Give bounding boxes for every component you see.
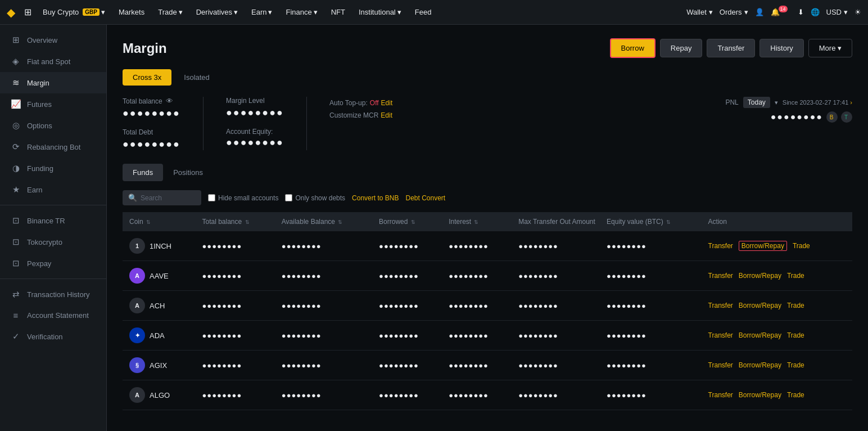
borrow-repay-link-AAVE[interactable]: Borrow/Repay [739,272,781,280]
borrow-repay-link-ADA[interactable]: Borrow/Repay [739,331,781,339]
th-equity-btc[interactable]: Equity value (BTC) ⇅ [600,212,702,231]
sidebar-item-rebalancing-bot[interactable]: ⟳ Rebalancing Bot [0,136,106,158]
customize-mcr-edit[interactable]: Edit [381,111,392,119]
nav-nft[interactable]: NFT [327,8,350,16]
nav-language[interactable]: 🌐 [811,8,820,16]
sidebar-item-transaction-history[interactable]: ⇄ Transaction History [0,284,106,305]
hide-small-accounts-label[interactable]: Hide small accounts [208,194,278,202]
sidebar-item-fiat-spot[interactable]: ◈ Fiat and Spot [0,51,106,72]
trade-link-1INCH[interactable]: Trade [793,242,810,250]
equity-btc-AAVE: ●●●●●●●● [600,261,702,291]
trade-link-ACH[interactable]: Trade [787,302,804,309]
nav-notifications[interactable]: 🔔14 [771,8,791,16]
max-transfer-AGIX: ●●●●●●●● [512,351,600,380]
transfer-link-AGIX[interactable]: Transfer [708,361,733,369]
sidebar-item-margin[interactable]: ≋ Margin [0,72,106,93]
table-controls: 🔍 Hide small accounts Only show debts Co… [123,190,852,205]
nav-buy-crypto[interactable]: Buy Crypto GBP ▾ [38,8,110,16]
trade-link-AGIX[interactable]: Trade [787,361,804,369]
sidebar-item-verification[interactable]: ✓ Verification [0,326,106,347]
nav-trade[interactable]: Trade▾ [153,8,187,16]
sidebar-item-tokocrypto[interactable]: ⊡ Tokocrypto [0,231,106,253]
pnl-block: PNL Today ▾ Since 2023-02-27 17:41 › ●●●… [487,97,852,123]
nav-currency[interactable]: USD▾ [826,8,848,16]
search-box[interactable]: 🔍 [123,190,201,205]
verification-icon: ✓ [10,331,21,342]
debt-convert-link[interactable]: Debt Convert [405,194,445,202]
more-button[interactable]: More ▾ [808,39,852,57]
logo[interactable]: ◆ [7,6,15,19]
auto-topup-edit[interactable]: Edit [381,99,393,107]
nav-wallet[interactable]: Wallet▾ [686,8,713,16]
nav-markets[interactable]: Markets [114,8,149,16]
th-interest[interactable]: Interest ⇅ [442,212,512,231]
coin-icon-1INCH: 1 [129,238,145,254]
borrowed-ACH: ●●●●●●●● [372,291,442,321]
borrowed-AAVE: ●●●●●●●● [372,261,442,291]
nav-derivatives[interactable]: Derivatives▾ [192,8,242,16]
nav-orders[interactable]: Orders▾ [720,8,748,16]
convert-to-bnb-link[interactable]: Convert to BNB [352,194,399,202]
borrow-button[interactable]: Borrow [610,38,655,58]
total-balance-block: Total balance 👁 ●●●●●●●● Total Debt ●●●●… [123,97,180,150]
sidebar-item-options[interactable]: ◎ Options [0,115,106,136]
nav-earn[interactable]: Earn▾ [247,8,277,16]
transfer-button[interactable]: Transfer [707,39,755,57]
pnl-period-selector[interactable]: Today [743,97,770,108]
borrow-repay-link-ALGO[interactable]: Borrow/Repay [739,391,781,399]
sidebar-item-overview[interactable]: ⊞ Overview [0,29,106,51]
sidebar: ⊞ Overview ◈ Fiat and Spot ≋ Margin 📈 Fu… [0,25,107,431]
tab-funds[interactable]: Funds [123,164,163,181]
total-balance-AGIX: ●●●●●●●● [195,351,274,380]
only-show-debts-label[interactable]: Only show debts [285,194,345,202]
hide-small-accounts-checkbox[interactable] [208,194,215,201]
tab-cross-3x[interactable]: Cross 3x [123,69,171,86]
search-input[interactable] [141,194,196,202]
transfer-link-ADA[interactable]: Transfer [708,331,733,339]
trade-link-AAVE[interactable]: Trade [787,272,804,280]
borrowed-ADA: ●●●●●●●● [372,321,442,351]
only-show-debts-checkbox[interactable] [285,194,292,201]
nav-institutional[interactable]: Institutional▾ [354,8,406,16]
coin-cell-ALGO: A ALGO [129,387,188,403]
sidebar-item-binance-tr[interactable]: ⊡ Binance TR [0,210,106,231]
tab-positions[interactable]: Positions [163,164,213,181]
eye-icon[interactable]: 👁 [166,97,173,105]
tab-isolated[interactable]: Isolated [174,69,220,86]
coin-name-1INCH: 1INCH [150,242,171,250]
borrow-repay-link-ACH[interactable]: Borrow/Repay [739,302,781,309]
nav-download[interactable]: ⬇ [798,8,804,16]
sidebar-item-account-statement[interactable]: ≡ Account Statement [0,305,106,326]
nav-theme[interactable]: ☀ [855,8,861,16]
available-balance-1INCH: ●●●●●●●● [275,231,372,261]
nav-profile[interactable]: 👤 [755,8,764,16]
th-borrowed[interactable]: Borrowed ⇅ [372,212,442,231]
transfer-link-ALGO[interactable]: Transfer [708,391,733,399]
page-title: Margin [123,41,167,56]
history-button[interactable]: History [760,39,803,57]
borrow-repay-link-1INCH[interactable]: Borrow/Repay [739,241,787,251]
transfer-link-AAVE[interactable]: Transfer [708,272,733,280]
table-row: A ALGO ●●●●●●●● ●●●●●●●● ●●●●●●●● ●●●●●●… [123,380,852,410]
app-grid-icon[interactable]: ⊞ [24,7,31,17]
repay-button[interactable]: Repay [660,39,703,57]
sidebar-item-futures[interactable]: 📈 Futures [0,93,106,115]
th-total-balance[interactable]: Total balance ⇅ [195,212,274,231]
borrow-repay-link-AGIX[interactable]: Borrow/Repay [739,361,781,369]
th-available-balance[interactable]: Available Balance ⇅ [275,212,372,231]
sidebar-item-funding[interactable]: ◑ Funding [0,158,106,179]
equity-btc-1INCH: ●●●●●●●● [600,231,702,261]
sidebar-item-pexpay[interactable]: ⊡ Pexpay [0,253,106,274]
total-balance-ALGO: ●●●●●●●● [195,380,274,410]
nav-finance[interactable]: Finance▾ [281,8,322,16]
trade-link-ALGO[interactable]: Trade [787,391,804,399]
transfer-link-1INCH[interactable]: Transfer [708,242,733,250]
max-transfer-AAVE: ●●●●●●●● [512,261,600,291]
trade-link-ADA[interactable]: Trade [787,331,804,339]
transfer-link-ACH[interactable]: Transfer [708,302,733,309]
th-max-transfer[interactable]: Max Transfer Out Amount [512,212,600,231]
nav-feed[interactable]: Feed [410,8,436,16]
sidebar-item-earn[interactable]: ★ Earn [0,179,106,200]
interest-1INCH: ●●●●●●●● [442,231,512,261]
th-coin[interactable]: Coin ⇅ [123,212,195,231]
